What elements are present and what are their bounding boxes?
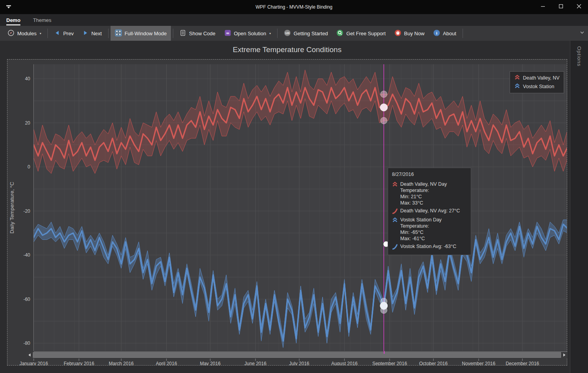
tooltip-row: Death Valley, NV Avg: 27°C (392, 208, 467, 215)
x-axis-label: June 2016 (245, 361, 267, 365)
window-title: WPF Charting - MVVM-Style Binding (0, 0, 588, 14)
scrollbar-track[interactable] (33, 352, 561, 358)
chart-tooltip: 8/27/2016 Death Valley, NV Day Temperatu… (388, 168, 471, 255)
tooltip-row: Vostok Station Avg: -63°C (392, 243, 467, 251)
chart-legend[interactable]: Death Valley, NVVostok Station (510, 71, 564, 93)
chart-scrollbar[interactable] (26, 352, 568, 358)
series-band-icon (514, 75, 520, 81)
close-icon (576, 4, 582, 11)
next-label: Next (91, 31, 102, 36)
avg-line-icon (392, 208, 398, 215)
maximize-button[interactable] (552, 0, 570, 14)
options-panel-label: Options (576, 46, 582, 67)
x-axis-label: August 2016 (331, 361, 358, 365)
chart-title: Extreme Temperature Conditions (7, 45, 567, 54)
demo-content: Extreme Temperature Conditions January 2… (0, 41, 588, 373)
x-axis-label: July 2016 (289, 361, 310, 365)
tooltip-text: Vostok Station Day Temperature:Min: -65°… (400, 217, 467, 242)
y-axis-label: -60 (24, 297, 31, 302)
close-button[interactable] (570, 0, 588, 14)
buy-now-label: Buy Now (404, 31, 425, 36)
full-window-button[interactable]: Full-Window Mode (111, 26, 171, 41)
tab-themes[interactable]: Themes (33, 14, 51, 26)
tooltip-date: 8/27/2016 (392, 171, 467, 177)
open-solution-label: Open Solution (234, 31, 266, 36)
minimize-button[interactable] (534, 0, 552, 14)
right-arrow-icon (563, 351, 566, 359)
tooltip-text: Vostok Station Avg: -63°C (400, 243, 456, 251)
about-button[interactable]: iAbout (429, 26, 461, 41)
y-axis-label: -20 (24, 208, 31, 214)
tooltip-detail-line: Min: 21°C (400, 194, 467, 200)
getting-started-button[interactable]: 123Getting Started (279, 26, 332, 41)
left-arrow-icon (28, 351, 31, 359)
next-button[interactable]: Next (78, 26, 106, 41)
toolbar: Modules▾PrevNextFull-Window ModeShow Cod… (0, 26, 588, 41)
tooltip-text: Death Valley, NV Avg: 27°C (400, 208, 460, 215)
x-axis-label: February 2016 (64, 361, 94, 365)
chart-control[interactable]: January 2016February 2016March 2016April… (7, 59, 567, 366)
next-icon (82, 30, 89, 37)
prev-button[interactable]: Prev (50, 26, 78, 41)
titlebar: WPF Charting - MVVM-Style Binding (0, 0, 588, 14)
tooltip-detail-line: Max: -61°C (400, 235, 467, 242)
tooltip-detail-line: Max: 33°C (400, 200, 467, 206)
buy-now-icon (394, 29, 401, 38)
support-button[interactable]: Get Free Support (332, 26, 390, 41)
show-code-label: Show Code (189, 31, 215, 36)
tab-demo[interactable]: Demo (6, 14, 20, 26)
show-code-icon (180, 29, 186, 38)
legend-item[interactable]: Death Valley, NV (514, 75, 559, 81)
scrollbar-right-arrow[interactable] (561, 352, 568, 358)
tooltip-text: Death Valley, NV Day Temperature:Min: 21… (400, 181, 467, 206)
buy-now-button[interactable]: Buy Now (390, 26, 429, 41)
legend-item[interactable]: Vostok Station (514, 83, 559, 90)
tab-strip: DemoThemes (0, 14, 588, 26)
avg-line-icon (392, 243, 398, 251)
tooltip-row: Death Valley, NV Day Temperature:Min: 21… (392, 181, 467, 206)
modules-button[interactable]: Modules▾ (3, 26, 45, 41)
prev-label: Prev (63, 31, 74, 36)
options-panel-tab[interactable]: Options (570, 41, 588, 373)
tooltip-series-line: Death Valley, NV Day Temperature: (400, 181, 467, 194)
getting-started-label: Getting Started (294, 31, 328, 36)
tab-label: Themes (33, 17, 51, 23)
full-window-icon (115, 29, 122, 38)
series-band-icon (514, 83, 520, 90)
support-icon (336, 29, 343, 38)
toolbar-separator (47, 29, 48, 38)
y-axis-label: -40 (24, 252, 31, 258)
legend-label: Death Valley, NV (523, 75, 559, 81)
scrollbar-thumb[interactable] (33, 352, 561, 358)
x-axis-labels: January 2016February 2016March 2016April… (20, 361, 539, 365)
x-axis-label: September 2016 (372, 361, 407, 365)
about-icon: i (433, 29, 440, 38)
y-axis-label: 20 (25, 120, 31, 126)
minimize-icon (540, 4, 546, 11)
full-window-label: Full-Window Mode (125, 31, 167, 36)
x-axis-label: March 2016 (109, 361, 134, 365)
scrollbar-left-arrow[interactable] (26, 352, 33, 358)
toolbar-overflow-button[interactable] (579, 26, 585, 41)
toolbar-separator (108, 29, 109, 38)
getting-started-icon: 123 (284, 29, 291, 38)
tooltip-series-line: Death Valley, NV Avg: 27°C (400, 208, 460, 214)
legend-label: Vostok Station (523, 84, 554, 89)
open-solution-icon: ∞ (224, 29, 231, 38)
chevron-down-icon: ▾ (40, 32, 41, 35)
svg-text:i: i (436, 31, 437, 35)
x-axis-label: December 2016 (506, 361, 539, 365)
chart-plot: January 2016February 2016March 2016April… (7, 60, 567, 365)
svg-text:∞: ∞ (226, 30, 229, 35)
y-axis-label: 40 (25, 76, 31, 81)
prev-icon (54, 30, 60, 37)
tooltip-row: Vostok Station Day Temperature:Min: -65°… (392, 217, 467, 242)
tab-label: Demo (6, 17, 20, 23)
x-axis-label: November 2016 (462, 361, 495, 365)
band-icon (392, 181, 398, 206)
x-axis-label: May 2016 (200, 361, 221, 365)
y-axis-labels: 40200-20-40-60-80 (24, 76, 31, 346)
about-label: About (443, 31, 456, 36)
open-solution-button[interactable]: ∞Open Solution▾ (220, 26, 275, 41)
show-code-button[interactable]: Show Code (175, 26, 220, 41)
